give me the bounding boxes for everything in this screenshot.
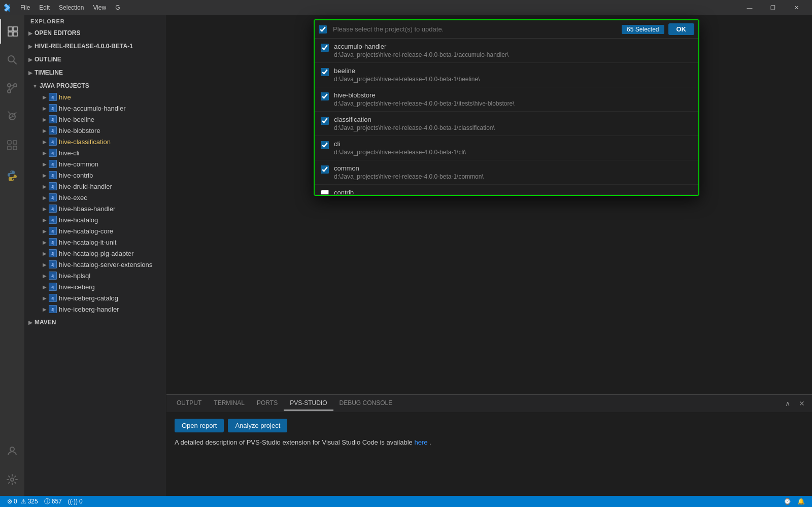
sidebar-item-common[interactable]: ▶ J| hive-common bbox=[24, 158, 166, 170]
hive-release-label: HIVE-REL-RELEASE-4.0.0-BETA-1 bbox=[35, 43, 133, 50]
select-all-checkbox[interactable] bbox=[319, 25, 327, 33]
sidebar-item-blobstore[interactable]: ▶ J| hive-blobstore bbox=[24, 125, 166, 136]
chevron-right-icon: ▶ bbox=[28, 30, 32, 36]
ok-button[interactable]: OK bbox=[668, 23, 695, 35]
status-info[interactable]: ⓘ 657 bbox=[41, 496, 65, 507]
svg-rect-6 bbox=[8, 146, 11, 150]
panel-content: Open report Analyze project A detailed d… bbox=[166, 413, 812, 496]
project-name-druid: hive-druid-handler bbox=[59, 183, 112, 190]
status-bell[interactable]: 🔔 bbox=[794, 496, 808, 507]
java-icon-hcatalog-it: J| bbox=[49, 238, 57, 246]
menu-edit[interactable]: Edit bbox=[35, 3, 54, 12]
status-errors[interactable]: ⊗ 0 ⚠ 325 bbox=[4, 496, 41, 507]
sidebar-item-hcatalog-pig[interactable]: ▶ J| hive-hcatalog-pig-adapter bbox=[24, 248, 166, 259]
project-name-classification: hive-classification bbox=[59, 138, 111, 146]
modal-list[interactable]: accumulo-handler d:\Java_projects\hive-r… bbox=[315, 39, 698, 195]
sidebar-item-accumulo-handler[interactable]: ▶ J| hive-accumulo-handler bbox=[24, 103, 166, 114]
tab-ports[interactable]: PORTS bbox=[251, 396, 284, 411]
open-editors-header[interactable]: ▶ OPEN EDITORS bbox=[24, 27, 166, 39]
bottom-panel: OUTPUT TERMINAL PORTS PVS-STUDIO DEBUG C… bbox=[166, 394, 812, 496]
activity-extensions[interactable] bbox=[0, 133, 24, 157]
menu-selection[interactable]: Selection bbox=[55, 3, 88, 12]
outline-header[interactable]: ▶ OUTLINE bbox=[24, 54, 166, 65]
chevron-right-icon-beeline: ▶ bbox=[43, 117, 47, 122]
activity-python[interactable] bbox=[0, 163, 24, 188]
java-projects-header[interactable]: ▼ JAVA PROJECTS bbox=[24, 80, 166, 91]
activity-source-control[interactable] bbox=[0, 76, 24, 100]
timeline-group: ▶ TIMELINE bbox=[24, 67, 166, 78]
sidebar-item-druid[interactable]: ▶ J| hive-druid-handler bbox=[24, 181, 166, 192]
status-signal[interactable]: ((·)) 0 bbox=[65, 496, 86, 507]
modal-item-contrib[interactable]: contrib bbox=[315, 185, 698, 195]
checkbox-contrib[interactable] bbox=[321, 190, 329, 195]
tab-output[interactable]: OUTPUT bbox=[171, 396, 208, 411]
timeline-header[interactable]: ▶ TIMELINE bbox=[24, 67, 166, 78]
sidebar-item-hcatalog-server[interactable]: ▶ J| hive-hcatalog-server-extensions bbox=[24, 259, 166, 270]
activity-settings[interactable] bbox=[0, 467, 24, 492]
open-report-button[interactable]: Open report bbox=[175, 419, 224, 432]
modal-item-beeline[interactable]: beeline d:\Java_projects\hive-rel-releas… bbox=[315, 63, 698, 87]
modal-item-classification[interactable]: classification d:\Java_projects\hive-rel… bbox=[315, 112, 698, 136]
error-icon: ⊗ bbox=[7, 498, 12, 505]
analyze-project-button[interactable]: Analyze project bbox=[228, 419, 287, 432]
modal-item-common[interactable]: common d:\Java_projects\hive-rel-release… bbox=[315, 160, 698, 185]
hive-release-group: ▶ HIVE-REL-RELEASE-4.0.0-BETA-1 bbox=[24, 41, 166, 52]
maven-group: ▶ MAVEN bbox=[24, 317, 166, 328]
checkbox-blobstore[interactable] bbox=[321, 92, 329, 100]
sidebar-item-hcatalog-it[interactable]: ▶ J| hive-hcatalog-it-unit bbox=[24, 236, 166, 248]
sidebar-item-iceberg[interactable]: ▶ J| hive-iceberg bbox=[24, 281, 166, 292]
sidebar-item-hbase[interactable]: ▶ J| hive-hbase-handler bbox=[24, 203, 166, 214]
checkbox-classification[interactable] bbox=[321, 117, 329, 125]
sidebar-item-iceberg-handler[interactable]: ▶ J| hive-iceberg-handler bbox=[24, 303, 166, 315]
project-name-common: hive-common bbox=[59, 160, 98, 168]
hive-release-header[interactable]: ▶ HIVE-REL-RELEASE-4.0.0-BETA-1 bbox=[24, 41, 166, 52]
activity-explorer[interactable] bbox=[0, 19, 24, 44]
here-link[interactable]: here bbox=[414, 438, 427, 446]
chevron-right-icon-pig: ▶ bbox=[43, 251, 47, 256]
project-name-accumulo: hive-accumulo-handler bbox=[59, 105, 126, 112]
activity-search[interactable] bbox=[0, 48, 24, 72]
close-button[interactable]: ✕ bbox=[785, 0, 808, 15]
checkbox-beeline[interactable] bbox=[321, 68, 329, 76]
item-path-beeline: d:\Java_projects\hive-rel-release-4.0.0-… bbox=[334, 76, 480, 83]
sidebar-item-hive[interactable]: ▶ J| hive bbox=[24, 91, 166, 103]
main-layout: EXPLORER ▶ OPEN EDITORS ▶ HIVE-REL-RELEA… bbox=[0, 15, 812, 496]
sidebar-item-hcatalog-core[interactable]: ▶ J| hive-hcatalog-core bbox=[24, 225, 166, 236]
panel-collapse-button[interactable]: ∧ bbox=[782, 397, 794, 410]
status-clock[interactable]: ⌚ bbox=[781, 496, 794, 507]
menu-view[interactable]: View bbox=[89, 3, 110, 12]
sidebar-item-hcatalog[interactable]: ▶ J| hive-hcatalog bbox=[24, 214, 166, 225]
checkbox-common[interactable] bbox=[321, 165, 329, 174]
tab-pvs-studio[interactable]: PVS-STUDIO bbox=[284, 396, 333, 411]
activity-bar bbox=[0, 15, 24, 496]
sidebar-item-classification[interactable]: ▶ J| hive-classification bbox=[24, 136, 166, 147]
panel-description: A detailed description of PVS-Studio ext… bbox=[175, 438, 804, 446]
tab-debug-console[interactable]: DEBUG CONSOLE bbox=[333, 396, 399, 411]
sidebar-item-cli[interactable]: ▶ J| hive-cli bbox=[24, 147, 166, 158]
chevron-right-icon-accumulo: ▶ bbox=[43, 106, 47, 111]
java-icon-pig: J| bbox=[49, 249, 57, 257]
activity-account[interactable] bbox=[0, 439, 24, 463]
panel-close-button[interactable]: ✕ bbox=[796, 397, 808, 410]
checkbox-accumulo[interactable] bbox=[321, 44, 329, 52]
sidebar-item-hplsql[interactable]: ▶ J| hive-hplsql bbox=[24, 270, 166, 281]
menu-file[interactable]: File bbox=[16, 3, 34, 12]
maximize-button[interactable]: ❐ bbox=[761, 0, 785, 15]
clock-icon: ⌚ bbox=[784, 498, 791, 505]
sidebar-item-iceberg-catalog[interactable]: ▶ J| hive-iceberg-catalog bbox=[24, 292, 166, 303]
modal-item-accumulo[interactable]: accumulo-handler d:\Java_projects\hive-r… bbox=[315, 39, 698, 63]
project-name-hbase: hive-hbase-handler bbox=[59, 205, 115, 213]
activity-debug[interactable] bbox=[0, 105, 24, 129]
menu-go[interactable]: G bbox=[111, 3, 124, 12]
sidebar-item-beeline[interactable]: ▶ J| hive-beeline bbox=[24, 114, 166, 125]
sidebar-item-exec[interactable]: ▶ J| hive-exec bbox=[24, 192, 166, 203]
project-name-pig: hive-hcatalog-pig-adapter bbox=[59, 250, 133, 257]
sidebar-item-contrib[interactable]: ▶ J| hive-contrib bbox=[24, 170, 166, 181]
modal-search-input[interactable] bbox=[331, 24, 618, 34]
modal-item-blobstore[interactable]: hive-blobstore d:\Java_projects\hive-rel… bbox=[315, 87, 698, 112]
checkbox-cli[interactable] bbox=[321, 141, 329, 149]
maven-header[interactable]: ▶ MAVEN bbox=[24, 317, 166, 328]
modal-item-cli[interactable]: cli d:\Java_projects\hive-rel-release-4.… bbox=[315, 136, 698, 160]
minimize-button[interactable]: — bbox=[738, 0, 761, 15]
tab-terminal[interactable]: TERMINAL bbox=[208, 396, 251, 411]
